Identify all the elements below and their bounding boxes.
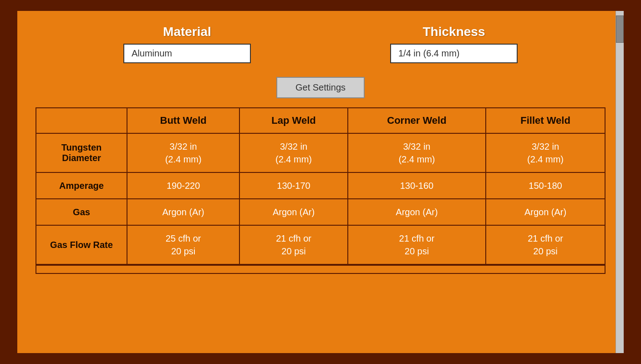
cell-lap-1: 130-170 <box>239 172 348 199</box>
material-section: Material Aluminum <box>123 25 251 63</box>
cell-fillet-0: 3/32 in(2.4 mm) <box>486 133 605 172</box>
cell-butt-2: Argon (Ar) <box>127 199 239 225</box>
cell-fillet-3: 21 cfh or20 psi <box>486 225 605 264</box>
scrollbar[interactable] <box>616 11 624 353</box>
cell-fillet-2: Argon (Ar) <box>486 199 605 225</box>
cell-fillet-1: 150-180 <box>486 172 605 199</box>
header-butt-weld: Butt Weld <box>127 108 239 133</box>
row-label-1: Amperage <box>36 172 127 199</box>
cell-corner-1: 130-160 <box>348 172 486 199</box>
table-row: Amperage190-220130-170130-160150-180 <box>36 172 605 199</box>
material-input[interactable]: Aluminum <box>123 44 251 63</box>
cell-corner-3: 21 cfh or20 psi <box>348 225 486 264</box>
header-row: Material Aluminum Thickness 1/4 in (6.4 … <box>36 25 605 63</box>
row-label-3: Gas Flow Rate <box>36 225 127 264</box>
row-label-2: Gas <box>36 199 127 225</box>
thickness-input[interactable]: 1/4 in (6.4 mm) <box>390 44 518 63</box>
scrollbar-thumb[interactable] <box>616 15 624 43</box>
cell-butt-0: 3/32 in(2.4 mm) <box>127 133 239 172</box>
header-fillet-weld: Fillet Weld <box>486 108 605 133</box>
thickness-section: Thickness 1/4 in (6.4 mm) <box>390 25 518 63</box>
thickness-label: Thickness <box>423 25 485 39</box>
get-settings-button[interactable]: Get Settings <box>276 77 365 98</box>
main-container: Material Aluminum Thickness 1/4 in (6.4 … <box>15 9 626 355</box>
cell-butt-1: 190-220 <box>127 172 239 199</box>
table-header-row: Butt Weld Lap Weld Corner Weld Fillet We… <box>36 108 605 133</box>
cell-corner-0: 3/32 in(2.4 mm) <box>348 133 486 172</box>
table-row: Gas Flow Rate25 cfh or20 psi21 cfh or20 … <box>36 225 605 264</box>
table-row: Tungsten Diameter3/32 in(2.4 mm)3/32 in(… <box>36 133 605 172</box>
cell-butt-3: 25 cfh or20 psi <box>127 225 239 264</box>
results-table: Butt Weld Lap Weld Corner Weld Fillet We… <box>36 107 605 265</box>
header-corner-weld: Corner Weld <box>348 108 486 133</box>
cell-lap-0: 3/32 in(2.4 mm) <box>239 133 348 172</box>
material-label: Material <box>163 25 211 39</box>
row-label-0: Tungsten Diameter <box>36 133 127 172</box>
cell-lap-3: 21 cfh or20 psi <box>239 225 348 264</box>
partial-row-indicator <box>36 265 605 274</box>
header-lap-weld: Lap Weld <box>239 108 348 133</box>
table-row: GasArgon (Ar)Argon (Ar)Argon (Ar)Argon (… <box>36 199 605 225</box>
cell-corner-2: Argon (Ar) <box>348 199 486 225</box>
header-empty <box>36 108 127 133</box>
cell-lap-2: Argon (Ar) <box>239 199 348 225</box>
